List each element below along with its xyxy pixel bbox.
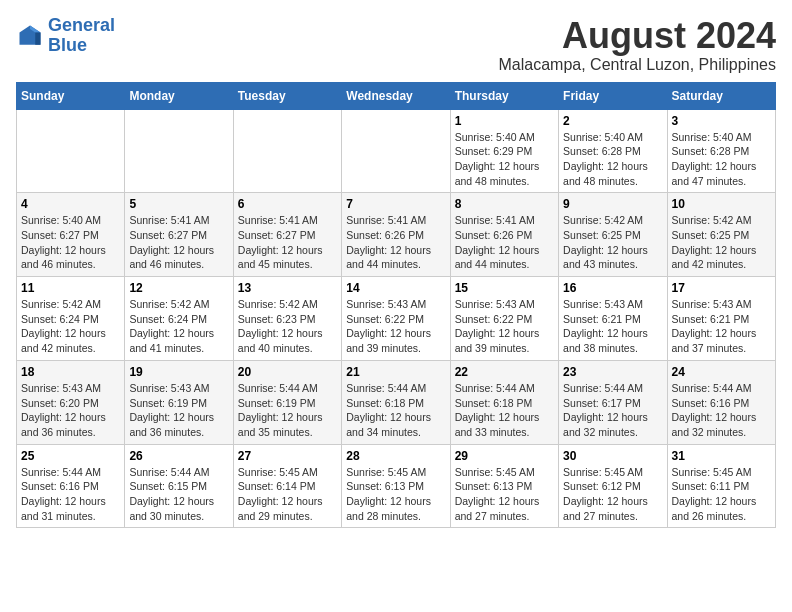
day-number: 24 bbox=[672, 365, 771, 379]
day-number: 8 bbox=[455, 197, 554, 211]
calendar-cell: 16Sunrise: 5:43 AM Sunset: 6:21 PM Dayli… bbox=[559, 277, 667, 361]
calendar-cell: 5Sunrise: 5:41 AM Sunset: 6:27 PM Daylig… bbox=[125, 193, 233, 277]
day-info: Sunrise: 5:41 AM Sunset: 6:26 PM Dayligh… bbox=[455, 213, 554, 272]
title-block: August 2024 Malacampa, Central Luzon, Ph… bbox=[499, 16, 776, 74]
logo: General Blue bbox=[16, 16, 115, 56]
day-info: Sunrise: 5:45 AM Sunset: 6:14 PM Dayligh… bbox=[238, 465, 337, 524]
day-info: Sunrise: 5:40 AM Sunset: 6:29 PM Dayligh… bbox=[455, 130, 554, 189]
day-number: 12 bbox=[129, 281, 228, 295]
day-number: 1 bbox=[455, 114, 554, 128]
calendar-cell: 4Sunrise: 5:40 AM Sunset: 6:27 PM Daylig… bbox=[17, 193, 125, 277]
day-info: Sunrise: 5:42 AM Sunset: 6:23 PM Dayligh… bbox=[238, 297, 337, 356]
day-number: 15 bbox=[455, 281, 554, 295]
calendar-cell: 19Sunrise: 5:43 AM Sunset: 6:19 PM Dayli… bbox=[125, 360, 233, 444]
logo-text: General Blue bbox=[48, 16, 115, 56]
day-info: Sunrise: 5:43 AM Sunset: 6:22 PM Dayligh… bbox=[346, 297, 445, 356]
day-info: Sunrise: 5:42 AM Sunset: 6:24 PM Dayligh… bbox=[129, 297, 228, 356]
calendar-cell: 18Sunrise: 5:43 AM Sunset: 6:20 PM Dayli… bbox=[17, 360, 125, 444]
header-cell-thursday: Thursday bbox=[450, 82, 558, 109]
calendar-cell: 1Sunrise: 5:40 AM Sunset: 6:29 PM Daylig… bbox=[450, 109, 558, 193]
day-info: Sunrise: 5:44 AM Sunset: 6:17 PM Dayligh… bbox=[563, 381, 662, 440]
calendar-cell: 22Sunrise: 5:44 AM Sunset: 6:18 PM Dayli… bbox=[450, 360, 558, 444]
day-info: Sunrise: 5:41 AM Sunset: 6:26 PM Dayligh… bbox=[346, 213, 445, 272]
day-number: 5 bbox=[129, 197, 228, 211]
calendar-cell: 13Sunrise: 5:42 AM Sunset: 6:23 PM Dayli… bbox=[233, 277, 341, 361]
day-number: 28 bbox=[346, 449, 445, 463]
day-number: 3 bbox=[672, 114, 771, 128]
day-info: Sunrise: 5:42 AM Sunset: 6:25 PM Dayligh… bbox=[563, 213, 662, 272]
calendar-cell: 23Sunrise: 5:44 AM Sunset: 6:17 PM Dayli… bbox=[559, 360, 667, 444]
calendar-cell: 24Sunrise: 5:44 AM Sunset: 6:16 PM Dayli… bbox=[667, 360, 775, 444]
day-info: Sunrise: 5:44 AM Sunset: 6:18 PM Dayligh… bbox=[346, 381, 445, 440]
calendar-week-2: 4Sunrise: 5:40 AM Sunset: 6:27 PM Daylig… bbox=[17, 193, 776, 277]
header-row: SundayMondayTuesdayWednesdayThursdayFrid… bbox=[17, 82, 776, 109]
day-number: 18 bbox=[21, 365, 120, 379]
day-info: Sunrise: 5:40 AM Sunset: 6:27 PM Dayligh… bbox=[21, 213, 120, 272]
calendar-cell: 9Sunrise: 5:42 AM Sunset: 6:25 PM Daylig… bbox=[559, 193, 667, 277]
day-number: 17 bbox=[672, 281, 771, 295]
day-number: 19 bbox=[129, 365, 228, 379]
day-number: 21 bbox=[346, 365, 445, 379]
header-cell-sunday: Sunday bbox=[17, 82, 125, 109]
day-number: 29 bbox=[455, 449, 554, 463]
day-info: Sunrise: 5:42 AM Sunset: 6:24 PM Dayligh… bbox=[21, 297, 120, 356]
day-info: Sunrise: 5:44 AM Sunset: 6:19 PM Dayligh… bbox=[238, 381, 337, 440]
day-info: Sunrise: 5:44 AM Sunset: 6:16 PM Dayligh… bbox=[672, 381, 771, 440]
logo-icon bbox=[16, 22, 44, 50]
calendar-cell: 14Sunrise: 5:43 AM Sunset: 6:22 PM Dayli… bbox=[342, 277, 450, 361]
day-number: 14 bbox=[346, 281, 445, 295]
day-number: 7 bbox=[346, 197, 445, 211]
header-cell-friday: Friday bbox=[559, 82, 667, 109]
page-subtitle: Malacampa, Central Luzon, Philippines bbox=[499, 56, 776, 74]
calendar-cell: 8Sunrise: 5:41 AM Sunset: 6:26 PM Daylig… bbox=[450, 193, 558, 277]
calendar-cell: 6Sunrise: 5:41 AM Sunset: 6:27 PM Daylig… bbox=[233, 193, 341, 277]
calendar-cell: 17Sunrise: 5:43 AM Sunset: 6:21 PM Dayli… bbox=[667, 277, 775, 361]
calendar-cell: 15Sunrise: 5:43 AM Sunset: 6:22 PM Dayli… bbox=[450, 277, 558, 361]
calendar-header: SundayMondayTuesdayWednesdayThursdayFrid… bbox=[17, 82, 776, 109]
calendar-week-4: 18Sunrise: 5:43 AM Sunset: 6:20 PM Dayli… bbox=[17, 360, 776, 444]
header-cell-saturday: Saturday bbox=[667, 82, 775, 109]
day-number: 20 bbox=[238, 365, 337, 379]
calendar-cell: 3Sunrise: 5:40 AM Sunset: 6:28 PM Daylig… bbox=[667, 109, 775, 193]
day-number: 9 bbox=[563, 197, 662, 211]
calendar-cell: 2Sunrise: 5:40 AM Sunset: 6:28 PM Daylig… bbox=[559, 109, 667, 193]
day-info: Sunrise: 5:40 AM Sunset: 6:28 PM Dayligh… bbox=[672, 130, 771, 189]
header-cell-wednesday: Wednesday bbox=[342, 82, 450, 109]
day-number: 16 bbox=[563, 281, 662, 295]
day-number: 2 bbox=[563, 114, 662, 128]
day-number: 10 bbox=[672, 197, 771, 211]
day-info: Sunrise: 5:43 AM Sunset: 6:22 PM Dayligh… bbox=[455, 297, 554, 356]
day-info: Sunrise: 5:43 AM Sunset: 6:21 PM Dayligh… bbox=[563, 297, 662, 356]
day-info: Sunrise: 5:45 AM Sunset: 6:13 PM Dayligh… bbox=[455, 465, 554, 524]
calendar-cell: 11Sunrise: 5:42 AM Sunset: 6:24 PM Dayli… bbox=[17, 277, 125, 361]
day-number: 26 bbox=[129, 449, 228, 463]
calendar-body: 1Sunrise: 5:40 AM Sunset: 6:29 PM Daylig… bbox=[17, 109, 776, 528]
day-info: Sunrise: 5:43 AM Sunset: 6:20 PM Dayligh… bbox=[21, 381, 120, 440]
calendar-cell: 31Sunrise: 5:45 AM Sunset: 6:11 PM Dayli… bbox=[667, 444, 775, 528]
day-number: 4 bbox=[21, 197, 120, 211]
calendar-week-5: 25Sunrise: 5:44 AM Sunset: 6:16 PM Dayli… bbox=[17, 444, 776, 528]
logo-line2: Blue bbox=[48, 35, 87, 55]
calendar-cell: 26Sunrise: 5:44 AM Sunset: 6:15 PM Dayli… bbox=[125, 444, 233, 528]
calendar-cell: 7Sunrise: 5:41 AM Sunset: 6:26 PM Daylig… bbox=[342, 193, 450, 277]
calendar-cell bbox=[342, 109, 450, 193]
day-number: 11 bbox=[21, 281, 120, 295]
day-info: Sunrise: 5:44 AM Sunset: 6:15 PM Dayligh… bbox=[129, 465, 228, 524]
day-number: 31 bbox=[672, 449, 771, 463]
day-info: Sunrise: 5:44 AM Sunset: 6:18 PM Dayligh… bbox=[455, 381, 554, 440]
day-info: Sunrise: 5:41 AM Sunset: 6:27 PM Dayligh… bbox=[238, 213, 337, 272]
day-number: 27 bbox=[238, 449, 337, 463]
calendar-table: SundayMondayTuesdayWednesdayThursdayFrid… bbox=[16, 82, 776, 529]
day-number: 25 bbox=[21, 449, 120, 463]
svg-marker-2 bbox=[35, 32, 40, 44]
calendar-cell: 20Sunrise: 5:44 AM Sunset: 6:19 PM Dayli… bbox=[233, 360, 341, 444]
calendar-cell: 10Sunrise: 5:42 AM Sunset: 6:25 PM Dayli… bbox=[667, 193, 775, 277]
day-number: 30 bbox=[563, 449, 662, 463]
calendar-cell: 12Sunrise: 5:42 AM Sunset: 6:24 PM Dayli… bbox=[125, 277, 233, 361]
day-number: 6 bbox=[238, 197, 337, 211]
day-info: Sunrise: 5:43 AM Sunset: 6:19 PM Dayligh… bbox=[129, 381, 228, 440]
header-cell-monday: Monday bbox=[125, 82, 233, 109]
page-title: August 2024 bbox=[499, 16, 776, 56]
calendar-cell: 25Sunrise: 5:44 AM Sunset: 6:16 PM Dayli… bbox=[17, 444, 125, 528]
day-info: Sunrise: 5:45 AM Sunset: 6:12 PM Dayligh… bbox=[563, 465, 662, 524]
